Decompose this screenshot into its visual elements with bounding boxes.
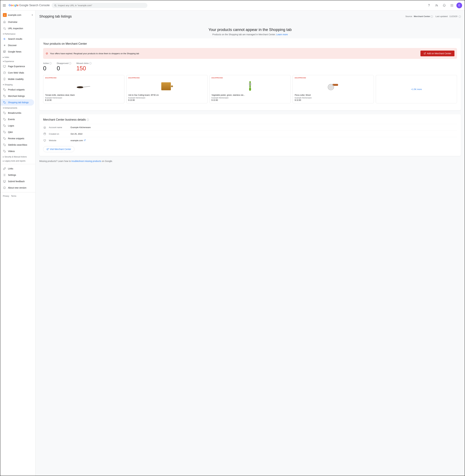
chevron-right-icon-3: ▸ bbox=[3, 160, 4, 162]
sidebar-item-overview[interactable]: Overview bbox=[0, 19, 34, 25]
troubleshoot-link[interactable]: troubleshoot missing products bbox=[72, 160, 101, 162]
disapproved-info-icon[interactable]: i bbox=[69, 62, 71, 64]
product-price-1: $ 10.90 bbox=[45, 99, 122, 101]
users-icon[interactable] bbox=[433, 2, 440, 9]
apps-icon[interactable] bbox=[449, 2, 455, 9]
svg-point-6 bbox=[453, 4, 453, 5]
help-icon[interactable]: ? bbox=[426, 2, 432, 9]
sidebar-section-shopping[interactable]: ▾ Shopping bbox=[0, 82, 35, 86]
product-brand-3: Example Kitchenware bbox=[211, 97, 289, 99]
product-badge-4: DISAPPROVED bbox=[295, 77, 372, 79]
terms-link[interactable]: Terms bbox=[11, 195, 16, 197]
sidebar-section-label-performance: Performance bbox=[4, 33, 15, 35]
product-card-more[interactable]: +1.5K more bbox=[376, 75, 457, 103]
dropdown-arrow-icon: ▾ bbox=[32, 14, 33, 16]
menu-icon[interactable] bbox=[3, 3, 7, 7]
source-info-icon[interactable]: i bbox=[431, 15, 433, 18]
chevron-right-icon: ▸ bbox=[3, 56, 4, 58]
sidebar-item-core-web-vitals[interactable]: Core Web Vitals bbox=[0, 70, 34, 76]
svg-line-32 bbox=[425, 53, 425, 54]
website-external-link[interactable] bbox=[84, 139, 86, 142]
sidebar-section-experience[interactable]: ▾ Experience bbox=[0, 59, 35, 63]
sidebar-item-page-experience[interactable]: Page Experience bbox=[0, 63, 34, 70]
chevron-down-icon-3: ▾ bbox=[3, 84, 4, 86]
visit-merchant-center-button[interactable]: Visit Merchant Center bbox=[43, 146, 74, 152]
sidebar-item-shopping-tab-listings[interactable]: Shopping tab listings bbox=[0, 99, 34, 106]
product-img-knife bbox=[45, 80, 122, 93]
product-card-knife[interactable]: DISAPPROVED Tomato knife, stainless stea… bbox=[43, 75, 124, 103]
svg-point-12 bbox=[453, 6, 453, 7]
alert-desc: Products on the Shopping tab are managed… bbox=[39, 33, 461, 36]
sidebar-section-performance[interactable]: ▾ Performance bbox=[0, 31, 35, 36]
svg-rect-16 bbox=[4, 51, 6, 52]
chevron-right-icon-2: ▸ bbox=[3, 156, 4, 158]
business-details-info-icon[interactable]: i bbox=[87, 119, 89, 121]
active-info-icon[interactable]: i bbox=[49, 62, 52, 64]
events-icon bbox=[3, 118, 6, 121]
chevron-down-icon-4: ▾ bbox=[3, 107, 4, 109]
learn-more-link[interactable]: Learn more bbox=[276, 33, 288, 36]
link-icon bbox=[3, 167, 6, 170]
detail-row-account-name: Account name Example Kitchenware bbox=[43, 124, 457, 131]
sidebar-item-mobile-usability[interactable]: Mobile Usability bbox=[0, 76, 34, 82]
sidebar-item-settings[interactable]: Settings bbox=[0, 172, 34, 178]
svg-point-38 bbox=[171, 86, 172, 87]
svg-rect-40 bbox=[249, 88, 251, 91]
sidebar-item-about-new-version[interactable]: About new version bbox=[0, 184, 34, 191]
add-on-merchant-center-button[interactable]: Add on Merchant Center bbox=[421, 51, 454, 56]
product-card-peeler[interactable]: DISAPPROVED Vegetable peeler, green, sta… bbox=[210, 75, 291, 103]
product-brand-2: Example Kitchenware bbox=[128, 97, 206, 99]
sidebar-label-shopping-tab-listings: Shopping tab listings bbox=[8, 101, 29, 104]
sidebar-section-label-legacy: Legacy tools and reports bbox=[4, 160, 25, 162]
sidebar-section-enhancements[interactable]: ▾ Enhancements bbox=[0, 106, 35, 110]
account-name-value: Example Kitchenware bbox=[71, 126, 91, 129]
product-img-cutter bbox=[295, 80, 372, 93]
last-updated-info-icon[interactable]: i bbox=[459, 15, 461, 18]
detail-row-website: Website example.com bbox=[43, 137, 457, 143]
svg-rect-52 bbox=[44, 140, 46, 141]
sidebar-item-merchant-listings[interactable]: Merchant listings bbox=[0, 93, 34, 99]
missed-clicks-info-icon[interactable]: i bbox=[89, 62, 92, 64]
svg-point-11 bbox=[452, 6, 452, 7]
sidebar-section-label-shopping: Shopping bbox=[4, 84, 13, 86]
news-icon bbox=[3, 50, 6, 53]
product-brand-1: Example Kitchenware bbox=[45, 97, 122, 99]
sidebar-item-google-news[interactable]: Google News bbox=[0, 49, 34, 55]
sidebar-item-logos[interactable]: Logos bbox=[0, 122, 34, 129]
svg-point-3 bbox=[437, 5, 438, 5]
sidebar-footer: Privacy Terms bbox=[0, 194, 35, 198]
sidebar-section-legacy[interactable]: ▸ Legacy tools and reports bbox=[0, 159, 35, 163]
sidebar-item-qa[interactable]: Q&A bbox=[0, 129, 34, 135]
page-header: Shopping tab listings Source: Merchant C… bbox=[39, 14, 461, 19]
domain-selector[interactable]: e example.com ▾ bbox=[0, 12, 35, 18]
active-value: 0 bbox=[43, 65, 52, 72]
sidebar-item-submit-feedback[interactable]: Submit feedback bbox=[0, 178, 34, 184]
sidebar-label-merchant-listings: Merchant listings bbox=[8, 95, 25, 97]
sidebar-section-index[interactable]: ▸ Index bbox=[0, 55, 35, 59]
product-card-cutter[interactable]: DISAPPROVED Pizza cutter, Wood Example K… bbox=[293, 75, 374, 103]
sidebar-label-sitelinks-searchbox: Sitelinks searchbox bbox=[8, 143, 27, 146]
sidebar-section-security[interactable]: ▸ Security & Manual Actions bbox=[0, 154, 35, 159]
product-name-1: Tomato knife, stainless steal, black bbox=[45, 94, 122, 96]
sidebar-divider bbox=[0, 164, 35, 164]
sidebar-item-events[interactable]: Events bbox=[0, 116, 34, 122]
product-card-board[interactable]: DISAPPROVED bbox=[126, 75, 208, 103]
search-bar[interactable] bbox=[52, 3, 148, 8]
sidebar-item-product-snippets[interactable]: Product snippets bbox=[0, 86, 34, 93]
sidebar-item-review-snippets[interactable]: Review snippets bbox=[0, 135, 34, 142]
main-content: Shopping tab listings Source: Merchant C… bbox=[35, 10, 465, 476]
sidebar-item-breadcrumbs[interactable]: Breadcrumbs bbox=[0, 110, 34, 116]
sidebar-item-discover[interactable]: ✳ Discover bbox=[0, 42, 34, 49]
sidebar-item-videos[interactable]: Videos bbox=[0, 148, 34, 154]
avatar[interactable]: E bbox=[456, 2, 462, 8]
notifications-icon[interactable] bbox=[441, 2, 447, 9]
sidebar-item-search-results[interactable]: G Search results bbox=[0, 36, 34, 42]
search-input[interactable] bbox=[58, 4, 145, 7]
privacy-link[interactable]: Privacy bbox=[3, 195, 9, 197]
svg-point-10 bbox=[451, 6, 451, 7]
sidebar-item-url-inspection[interactable]: URL inspection bbox=[0, 25, 34, 31]
svg-rect-19 bbox=[3, 65, 6, 67]
svg-rect-47 bbox=[44, 127, 45, 128]
sidebar-item-links[interactable]: Links bbox=[0, 165, 34, 172]
sidebar-item-sitelinks-searchbox[interactable]: Sitelinks searchbox bbox=[0, 142, 34, 148]
